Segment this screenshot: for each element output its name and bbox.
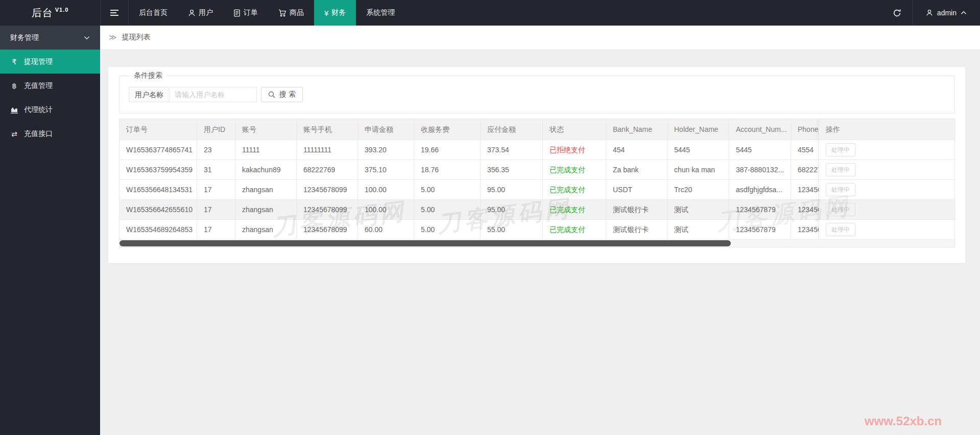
- cell-account-num: 1234567879: [729, 200, 791, 219]
- cell-pay-amount: 55.00: [481, 220, 543, 239]
- cell-user-id: 31: [197, 160, 235, 179]
- nav-item-home[interactable]: 后台首页: [129, 0, 178, 26]
- cell-account-phone: 12345678099: [297, 220, 358, 239]
- processing-button[interactable]: 处理中: [826, 183, 855, 196]
- table-header-row: 订单号 用户ID 账号 账号手机 申请金额 收服务费 应付金额 状态 Bank_…: [119, 119, 852, 140]
- cell-user-id: 17: [197, 200, 235, 219]
- app-logo: 后台 V1.0: [0, 0, 100, 26]
- admin-username: admin: [937, 9, 957, 17]
- nav-item-label: 订单: [244, 8, 258, 17]
- cell-service-fee: 5.00: [414, 200, 481, 219]
- cell-account-num: 387-8880132...: [729, 160, 791, 179]
- horizontal-scrollbar: [119, 239, 954, 247]
- nav-item-system[interactable]: 系统管理: [356, 0, 405, 26]
- cell-account: 11111: [235, 140, 297, 159]
- chevron-down-icon: [84, 36, 90, 40]
- cell-pay-amount: 356.35: [481, 160, 543, 179]
- sidebar: 财务管理 ₹ 提现管理 ฿ 充值管理 代理统计 ⇄ 充值接口: [0, 26, 100, 435]
- cell-account-phone: 68222769: [297, 160, 358, 179]
- refresh-icon: [893, 9, 901, 17]
- breadcrumb-current: 提现列表: [122, 33, 151, 42]
- search-legend: 条件搜索: [130, 71, 166, 80]
- sidebar-item-label: 提现管理: [24, 57, 53, 66]
- cell-service-fee: 5.00: [414, 180, 481, 199]
- processing-button[interactable]: 处理中: [826, 223, 855, 236]
- col-header-service-fee: 收服务费: [414, 119, 481, 140]
- chart-icon: [10, 106, 18, 113]
- cart-icon: [278, 9, 286, 17]
- top-navbar: 后台 V1.0 后台首页 用户 订单 商品 ¥ 财务 系统管理: [0, 0, 980, 26]
- cell-bank-name: USDT: [606, 180, 667, 199]
- table-row: W165356642655610 17 zhangsan 12345678099…: [119, 199, 852, 219]
- table-row: W165356648134531 17 zhangsan 12345678099…: [119, 179, 852, 199]
- sidebar-item-withdraw[interactable]: ₹ 提现管理: [0, 50, 100, 74]
- rupee-icon: ₹: [10, 58, 18, 65]
- processing-button[interactable]: 处理中: [826, 143, 855, 156]
- username-input[interactable]: [170, 87, 257, 102]
- admin-menu[interactable]: admin: [912, 0, 980, 26]
- col-header-account: 账号: [235, 119, 297, 140]
- nav-item-goods[interactable]: 商品: [268, 0, 314, 26]
- sidebar-collapse-button[interactable]: [100, 0, 129, 26]
- sidebar-item-recharge-api[interactable]: ⇄ 充值接口: [0, 122, 100, 146]
- nav-item-orders[interactable]: 订单: [223, 0, 268, 26]
- operation-cell: 处理中: [819, 219, 954, 239]
- processing-button[interactable]: 处理中: [826, 203, 855, 216]
- nav-item-finance[interactable]: ¥ 财务: [314, 0, 356, 26]
- username-field-label: 用户名称: [129, 87, 170, 102]
- cell-apply-amount: 60.00: [358, 220, 414, 239]
- search-fieldset: 条件搜索 用户名称 搜 索: [119, 76, 955, 113]
- nav-item-label: 系统管理: [366, 8, 395, 17]
- cell-order-no: W165356642655610: [119, 200, 197, 219]
- app-title: 后台: [32, 6, 53, 20]
- operation-cell: 处理中: [819, 140, 954, 159]
- withdraw-list-card: 条件搜索 用户名称 搜 索 订单号 用户ID 账号: [108, 67, 965, 263]
- cell-account: zhangsan: [235, 220, 297, 239]
- sidebar-item-label: 代理统计: [24, 105, 53, 115]
- sidebar-group-label: 财务管理: [10, 33, 39, 42]
- cell-apply-amount: 100.00: [358, 180, 414, 199]
- navbar-right: admin: [882, 0, 980, 26]
- cell-status: 已拒绝支付: [543, 140, 606, 159]
- cell-status: 已完成支付: [543, 160, 606, 179]
- col-header-operation: 操作: [819, 119, 954, 140]
- col-header-user-id: 用户ID: [197, 119, 235, 140]
- table-row: W165363759954359 31 kakachun89 68222769 …: [119, 159, 852, 179]
- cell-holder-name: chun ka man: [667, 160, 729, 179]
- cell-holder-name: Trc20: [667, 180, 729, 199]
- cell-order-no: W165356648134531: [119, 180, 197, 199]
- search-button[interactable]: 搜 索: [261, 87, 303, 102]
- refresh-button[interactable]: [882, 0, 912, 26]
- operation-cell: 处理中: [819, 159, 954, 179]
- cell-account-phone: 12345678099: [297, 200, 358, 219]
- cell-order-no: W165363774865741: [119, 140, 197, 159]
- cell-account-num: 1234567879: [729, 220, 791, 239]
- sidebar-item-label: 充值管理: [24, 81, 53, 90]
- sidebar-item-agent-stats[interactable]: 代理统计: [0, 98, 100, 122]
- cell-bank-name: 测试银行卡: [606, 200, 667, 219]
- search-icon: [268, 91, 275, 98]
- col-header-account-num: Account_Num...: [729, 119, 791, 140]
- cell-account-phone: 12345678099: [297, 180, 358, 199]
- fixed-operation-column: 操作 处理中 处理中 处理中 处理中 处理中: [819, 119, 954, 239]
- cell-holder-name: 测试: [667, 220, 729, 239]
- cell-holder-name: 测试: [667, 200, 729, 219]
- cell-pay-amount: 373.54: [481, 140, 543, 159]
- cell-apply-amount: 100.00: [358, 200, 414, 219]
- nav-item-label: 财务: [331, 8, 346, 17]
- sidebar-group-finance[interactable]: 财务管理: [0, 26, 100, 50]
- sidebar-item-recharge[interactable]: ฿ 充值管理: [0, 74, 100, 98]
- nav-item-users[interactable]: 用户: [178, 0, 223, 26]
- processing-button[interactable]: 处理中: [826, 163, 855, 176]
- withdraw-table: 订单号 用户ID 账号 账号手机 申请金额 收服务费 应付金额 状态 Bank_…: [119, 119, 955, 247]
- cell-account-num: asdfghjgfdsa...: [729, 180, 791, 199]
- cell-account-num: 5445: [729, 140, 791, 159]
- col-header-status: 状态: [543, 119, 606, 140]
- col-header-pay-amount: 应付金额: [481, 119, 543, 140]
- cell-account: zhangsan: [235, 200, 297, 219]
- cell-apply-amount: 393.20: [358, 140, 414, 159]
- col-header-order-no: 订单号: [119, 119, 197, 140]
- cell-service-fee: 19.66: [414, 140, 481, 159]
- scrollbar-thumb[interactable]: [119, 240, 731, 246]
- operation-cell: 处理中: [819, 179, 954, 199]
